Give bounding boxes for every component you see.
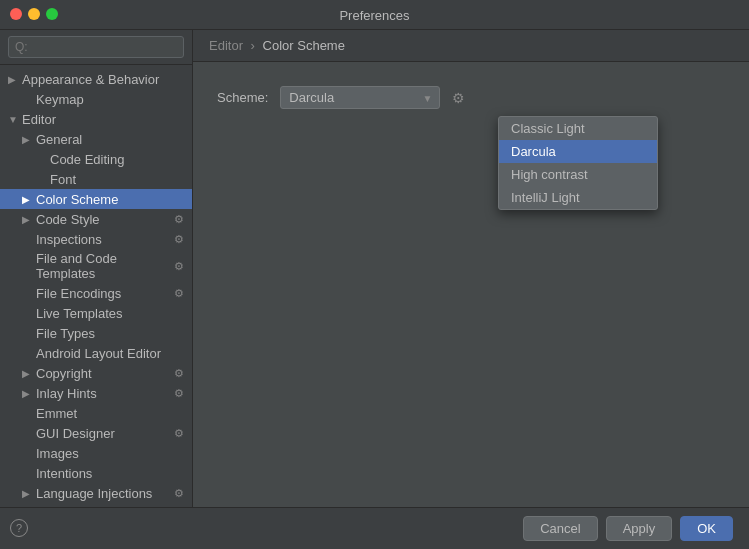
bottom-bar: ? Cancel Apply OK [0, 507, 749, 549]
sidebar-item-inlay-hints[interactable]: ▶ Inlay Hints⚙ [0, 383, 192, 403]
sidebar-item-label: Inspections [36, 232, 170, 247]
sidebar-item-inspections[interactable]: Inspections⚙ [0, 229, 192, 249]
sidebar-item-label: Images [36, 446, 184, 461]
sidebar-item-editor[interactable]: ▼ Editor [0, 109, 192, 129]
gear-icon: ⚙ [174, 487, 184, 500]
sidebar-item-label: File Encodings [36, 286, 170, 301]
sidebar-item-label: Keymap [36, 92, 184, 107]
sidebar-item-file-encodings[interactable]: File Encodings⚙ [0, 283, 192, 303]
sidebar-item-font[interactable]: Font [0, 169, 192, 189]
apply-button[interactable]: Apply [606, 516, 673, 541]
content-area: Editor › Color Scheme Scheme: Classic Li… [193, 30, 749, 507]
sidebar-item-label: GUI Designer [36, 426, 170, 441]
sidebar-item-label: Language Injections [36, 486, 170, 501]
ok-button[interactable]: OK [680, 516, 733, 541]
sidebar-item-label: Live Templates [36, 306, 184, 321]
arrow-icon: ▶ [22, 368, 36, 379]
arrow-icon: ▼ [8, 114, 22, 125]
gear-icon: ⚙ [174, 387, 184, 400]
scheme-select[interactable]: Classic LightDarculaHigh contrastIntelli… [280, 86, 440, 109]
content-body: Scheme: Classic LightDarculaHigh contras… [193, 62, 749, 507]
sidebar-item-copyright[interactable]: ▶ Copyright⚙ [0, 363, 192, 383]
breadcrumb-part-colorscheme: Color Scheme [263, 38, 345, 53]
sidebar-item-label: Intentions [36, 466, 184, 481]
sidebar-item-live-templates[interactable]: Live Templates [0, 303, 192, 323]
sidebar-item-keymap[interactable]: Keymap [0, 89, 192, 109]
sidebar-item-language-injections[interactable]: ▶ Language Injections⚙ [0, 483, 192, 503]
sidebar-item-label: Inlay Hints [36, 386, 170, 401]
sidebar-item-label: Android Layout Editor [36, 346, 184, 361]
arrow-icon: ▶ [22, 194, 36, 205]
dropdown-option-intellij-light[interactable]: IntelliJ Light [499, 186, 657, 209]
breadcrumb-separator: › [251, 38, 259, 53]
sidebar-item-proofreading[interactable]: ▶ Proofreading [0, 503, 192, 507]
scheme-gear-button[interactable]: ⚙ [448, 88, 469, 108]
sidebar-item-code-style[interactable]: ▶ Code Style⚙ [0, 209, 192, 229]
window-title: Preferences [339, 8, 409, 23]
gear-icon: ⚙ [174, 233, 184, 246]
gear-icon: ⚙ [174, 427, 184, 440]
sidebar-item-label: Editor [22, 112, 184, 127]
sidebar-item-label: Proofreading [36, 506, 184, 508]
sidebar: ▶ Appearance & BehaviorKeymap▼ Editor▶ G… [0, 30, 193, 507]
close-button[interactable] [10, 8, 22, 20]
help-icon[interactable]: ? [10, 519, 28, 537]
sidebar-item-gui-designer[interactable]: GUI Designer⚙ [0, 423, 192, 443]
sidebar-item-android-layout-editor[interactable]: Android Layout Editor [0, 343, 192, 363]
sidebar-item-label: File Types [36, 326, 184, 341]
sidebar-item-label: Code Style [36, 212, 170, 227]
sidebar-item-label: Copyright [36, 366, 170, 381]
minimize-button[interactable] [28, 8, 40, 20]
gear-icon: ⚙ [174, 287, 184, 300]
gear-icon: ⚙ [174, 213, 184, 226]
sidebar-item-label: Code Editing [50, 152, 184, 167]
cancel-button[interactable]: Cancel [523, 516, 597, 541]
dropdown-option-high-contrast[interactable]: High contrast [499, 163, 657, 186]
gear-icon: ⚙ [174, 260, 184, 273]
scheme-row: Scheme: Classic LightDarculaHigh contras… [217, 86, 725, 109]
sidebar-item-label: File and Code Templates [36, 251, 170, 281]
arrow-icon: ▶ [8, 74, 22, 85]
scheme-select-wrapper: Classic LightDarculaHigh contrastIntelli… [280, 86, 440, 109]
breadcrumb: Editor › Color Scheme [193, 30, 749, 62]
scheme-label: Scheme: [217, 90, 268, 105]
arrow-icon: ▶ [22, 134, 36, 145]
arrow-icon: ▶ [22, 388, 36, 399]
sidebar-item-file-types[interactable]: File Types [0, 323, 192, 343]
sidebar-item-label: Font [50, 172, 184, 187]
dropdown-option-darcula[interactable]: Darcula [499, 140, 657, 163]
search-box [0, 30, 192, 65]
sidebar-item-code-editing[interactable]: Code Editing [0, 149, 192, 169]
sidebar-tree: ▶ Appearance & BehaviorKeymap▼ Editor▶ G… [0, 65, 192, 507]
sidebar-item-file-and-code-templates[interactable]: File and Code Templates⚙ [0, 249, 192, 283]
arrow-icon: ▶ [22, 488, 36, 499]
title-bar: Preferences [0, 0, 749, 30]
sidebar-item-color-scheme[interactable]: ▶ Color Scheme [0, 189, 192, 209]
search-input[interactable] [8, 36, 184, 58]
sidebar-item-label: Appearance & Behavior [22, 72, 184, 87]
sidebar-item-label: Color Scheme [36, 192, 184, 207]
sidebar-item-general[interactable]: ▶ General [0, 129, 192, 149]
gear-icon: ⚙ [174, 367, 184, 380]
dropdown-option-classic-light[interactable]: Classic Light [499, 117, 657, 140]
breadcrumb-part-editor: Editor [209, 38, 243, 53]
sidebar-item-images[interactable]: Images [0, 443, 192, 463]
sidebar-item-intentions[interactable]: Intentions [0, 463, 192, 483]
sidebar-item-appearance-&-behavior[interactable]: ▶ Appearance & Behavior [0, 69, 192, 89]
sidebar-item-emmet[interactable]: Emmet [0, 403, 192, 423]
sidebar-item-label: Emmet [36, 406, 184, 421]
arrow-icon: ▶ [22, 214, 36, 225]
maximize-button[interactable] [46, 8, 58, 20]
scheme-dropdown-popup: Classic LightDarculaHigh contrastIntelli… [498, 116, 658, 210]
sidebar-item-label: General [36, 132, 184, 147]
